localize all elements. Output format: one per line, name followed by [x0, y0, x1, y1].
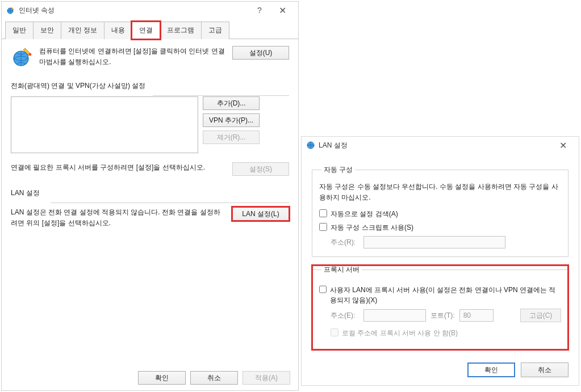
tab-general[interactable]: 일반: [5, 22, 34, 39]
auto-config-description: 자동 구성은 수동 설정보다 우선합니다. 수동 설정을 사용하려면 자동 구성…: [319, 182, 561, 203]
setup-intro-text: 컴퓨터를 인터넷에 연결하려면 [설정]을 클릭하여 인터넷 연결 마법사를 실…: [39, 46, 227, 68]
window-title: 인터넷 속성: [19, 6, 55, 15]
lan-settings-button[interactable]: LAN 설정(L): [232, 207, 289, 221]
cancel-button[interactable]: 취소: [521, 363, 569, 377]
proxy-address-input: [363, 309, 426, 322]
lan-settings-group: LAN 설정 LAN 설정은 전화 연결 설정에 적용되지 않습니다. 전화 연…: [11, 188, 289, 229]
remove-button: 제거(R)...: [203, 130, 260, 144]
proxy-port-input: [459, 309, 494, 322]
close-button[interactable]: ✕: [551, 137, 574, 153]
ok-button[interactable]: 확인: [467, 363, 515, 377]
dialog-footer: 확인 취소: [312, 363, 569, 377]
cancel-button[interactable]: 취소: [190, 371, 238, 385]
close-button[interactable]: ✕: [271, 2, 294, 18]
auto-detect-checkbox[interactable]: [319, 209, 327, 217]
lan-note-text: LAN 설정은 전화 연결 설정에 적용되지 않습니다. 전화 연결을 설정하려…: [11, 207, 227, 229]
bypass-local-checkbox-row: 로컬 주소에 프록시 서버 사용 안 함(B): [331, 328, 561, 338]
internet-properties-window: 인터넷 속성 ? ✕ 일반 보안 개인 정보 내용 연결 프로그램 고급 컴퓨터…: [1, 1, 299, 391]
bypass-local-label: 로컬 주소에 프록시 서버 사용 안 함(B): [342, 328, 458, 338]
lan-settings-icon: [306, 141, 315, 150]
lan-settings-legend: LAN 설정: [11, 188, 42, 198]
apply-button: 적용(A): [243, 371, 290, 385]
tab-connections[interactable]: 연결: [132, 22, 160, 39]
auto-config-legend: 자동 구성: [321, 165, 355, 175]
auto-config-group: 자동 구성 자동 구성은 수동 설정보다 우선합니다. 수동 설정을 사용하려면…: [312, 165, 569, 257]
help-button[interactable]: ?: [248, 2, 271, 18]
auto-detect-checkbox-row[interactable]: 자동으로 설정 검색(A): [319, 209, 561, 219]
dialup-vpn-group: 전화(광대역) 연결 및 VPN(가상 사설망) 설정 추가(D)... VPN…: [11, 81, 289, 176]
bypass-local-checkbox: [331, 328, 338, 336]
advanced-button: 고급(C): [520, 309, 561, 322]
globe-wizard-icon: [11, 46, 34, 69]
dialog-footer: 확인 취소 적용(A): [138, 371, 290, 385]
vpn-add-button[interactable]: VPN 추가(P)...: [203, 113, 260, 127]
use-proxy-checkbox-row[interactable]: 사용자 LAN에 프록시 서버 사용(이 설정은 전화 연결이나 VPN 연결에…: [319, 285, 561, 305]
script-address-input: [363, 236, 505, 248]
tab-content[interactable]: 내용: [104, 22, 132, 39]
tab-programs[interactable]: 프로그램: [160, 22, 202, 39]
window-title: LAN 설정: [319, 141, 348, 150]
proxy-port-label: 포트(T):: [430, 311, 455, 321]
lan-settings-window: LAN 설정 ✕ 자동 구성 자동 구성은 수동 설정보다 우선합니다. 수동 …: [301, 136, 579, 386]
dialup-vpn-legend: 전화(광대역) 연결 및 VPN(가상 사설망) 설정: [11, 81, 148, 91]
tab-security[interactable]: 보안: [33, 22, 61, 39]
use-proxy-label: 사용자 LAN에 프록시 서버 사용(이 설정은 전화 연결이나 VPN 연결에…: [330, 285, 561, 305]
use-proxy-checkbox[interactable]: [319, 285, 327, 293]
proxy-address-label: 주소(E):: [331, 311, 359, 321]
titlebar[interactable]: LAN 설정 ✕: [302, 137, 579, 154]
tab-strip: 일반 보안 개인 정보 내용 연결 프로그램 고급: [2, 21, 298, 39]
add-button[interactable]: 추가(D)...: [203, 96, 260, 110]
ok-button[interactable]: 확인: [138, 371, 186, 385]
tab-advanced[interactable]: 고급: [201, 22, 229, 39]
titlebar[interactable]: 인터넷 속성 ? ✕: [2, 2, 298, 19]
proxy-server-group: 프록시 서버 사용자 LAN에 프록시 서버 사용(이 설정은 전화 연결이나 …: [312, 265, 569, 350]
internet-options-icon: [6, 6, 15, 15]
svg-point-2: [29, 53, 32, 56]
settings-button: 설정(S): [232, 162, 289, 176]
proxy-note-text: 연결에 필요한 프록시 서버를 구성하려면 [설정]을 선택하십시오.: [11, 162, 227, 173]
auto-script-checkbox-row[interactable]: 자동 구성 스크립트 사용(S): [319, 222, 561, 233]
auto-script-label: 자동 구성 스크립트 사용(S): [331, 222, 413, 233]
setup-button[interactable]: 설정(U): [232, 46, 289, 60]
tab-privacy[interactable]: 개인 정보: [61, 22, 105, 39]
auto-script-checkbox[interactable]: [319, 223, 327, 231]
auto-detect-label: 자동으로 설정 검색(A): [331, 209, 398, 219]
connections-listbox[interactable]: [11, 96, 198, 153]
proxy-server-legend: 프록시 서버: [321, 265, 362, 275]
script-address-label: 주소(R):: [331, 238, 359, 247]
